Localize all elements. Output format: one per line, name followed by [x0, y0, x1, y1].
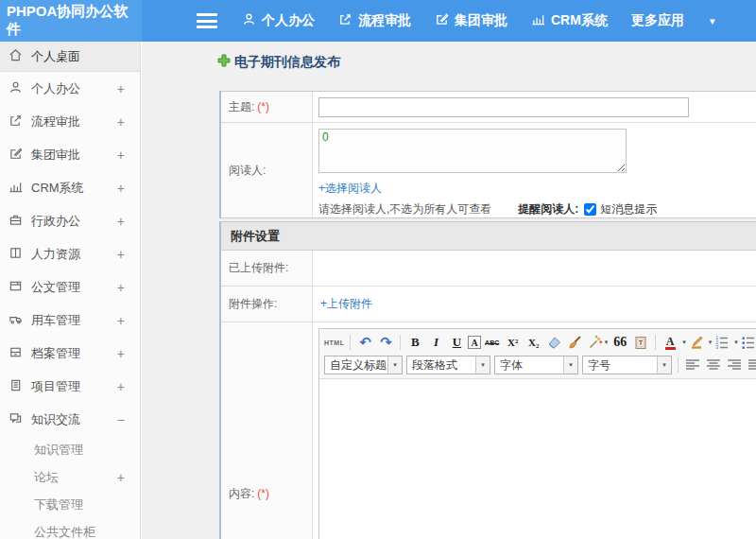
sidebar-item-project-management[interactable]: 项目管理 +: [0, 370, 140, 403]
book-icon: [9, 246, 31, 263]
add-plus-icon: [217, 54, 234, 71]
sidebar: 个人桌面 个人办公 + 流程审批 + 集团审批 + CRM系统 + 行政办公 +…: [0, 42, 141, 539]
format-brush-icon[interactable]: [566, 333, 585, 352]
sidebar-item-label: 个人桌面: [31, 48, 125, 65]
select-readers-link[interactable]: +选择阅读人: [318, 181, 382, 197]
sidebar-subitem-download-management[interactable]: 下载管理: [0, 491, 140, 518]
chevron-down-icon: ▾: [657, 356, 671, 374]
chevron-down-icon[interactable]: ▾: [682, 339, 686, 346]
bullet-list-icon[interactable]: [739, 333, 756, 352]
form-section-attachments: 附件设置 已上传附件: 附件操作: +上传附件 内容: (*): [219, 221, 756, 539]
chevron-down-icon[interactable]: ▾: [734, 339, 738, 346]
user-icon: [9, 80, 31, 97]
eraser-icon[interactable]: [545, 333, 564, 352]
sidebar-subitem-forum[interactable]: 论坛 +: [0, 463, 140, 491]
flow-share-icon: [9, 113, 31, 130]
attachment-section-header: 附件设置: [221, 222, 756, 251]
highlight-color-icon[interactable]: [687, 333, 706, 352]
underline-button[interactable]: U: [447, 333, 466, 352]
font-style-button[interactable]: A: [468, 336, 480, 349]
expand-toggle[interactable]: +: [117, 470, 125, 485]
font-size-select[interactable]: 字号 ▾: [582, 356, 672, 374]
editor-content-area[interactable]: [319, 379, 756, 539]
sidebar-item-group-approval[interactable]: 集团审批 +: [0, 138, 140, 171]
edit-icon: [9, 147, 31, 164]
blockquote-button[interactable]: 66: [610, 333, 629, 352]
sms-notify-checkbox[interactable]: [584, 203, 596, 216]
top-header: PHPOA协同办公软件 个人办公 流程审批 集团审批 CRM系统 更多应用 ▾: [0, 0, 756, 42]
align-center-icon[interactable]: [704, 356, 723, 374]
redo-icon[interactable]: ↷: [376, 333, 395, 352]
expand-toggle[interactable]: +: [117, 81, 125, 96]
subscript-button[interactable]: X₂: [524, 333, 543, 352]
sidebar-item-admin-office[interactable]: 行政办公 +: [0, 204, 140, 237]
top-nav: 个人办公 流程审批 集团审批 CRM系统 更多应用 ▾: [242, 12, 714, 29]
nav-group-approval[interactable]: 集团审批: [435, 12, 507, 29]
expand-toggle[interactable]: +: [117, 114, 125, 130]
font-family-select[interactable]: 字体 ▾: [494, 356, 578, 374]
align-right-icon[interactable]: [725, 356, 744, 374]
expand-toggle[interactable]: +: [117, 214, 125, 229]
svg-text:3: 3: [716, 345, 719, 350]
chat-copy-icon: [9, 411, 31, 428]
expand-toggle[interactable]: +: [117, 148, 125, 163]
subject-input[interactable]: [318, 97, 689, 117]
bar-chart-icon: [9, 180, 31, 197]
sidebar-subitem-public-file-cabinet[interactable]: 公共文件柜: [0, 518, 140, 539]
italic-button[interactable]: I: [426, 333, 445, 352]
paste-as-text-icon[interactable]: [631, 333, 650, 352]
expand-toggle[interactable]: +: [117, 247, 125, 262]
expand-toggle[interactable]: +: [117, 379, 125, 394]
paragraph-format-select[interactable]: 段落格式 ▾: [406, 356, 490, 374]
strikethrough-button[interactable]: ABC: [483, 333, 502, 352]
expand-toggle[interactable]: +: [117, 280, 125, 295]
sidebar-item-personal-desktop[interactable]: 个人桌面: [0, 42, 140, 72]
bar-chart-icon: [531, 12, 545, 29]
readers-textarea[interactable]: 0: [318, 129, 627, 173]
sidebar-item-vehicle-management[interactable]: 用车管理 +: [0, 304, 140, 337]
html-source-button[interactable]: HTML: [323, 333, 345, 352]
attachment-action-row: 附件操作: +上传附件: [221, 287, 756, 322]
sidebar-item-human-resources[interactable]: 人力资源 +: [0, 237, 140, 270]
uploaded-attachments-label: 已上传附件:: [221, 251, 313, 286]
notebook-icon: [9, 378, 31, 395]
uploaded-attachments-value: [313, 251, 756, 286]
sidebar-item-crm-system[interactable]: CRM系统 +: [0, 171, 140, 204]
sidebar-item-archive-management[interactable]: 档案管理 +: [0, 337, 140, 370]
nav-label: 更多应用: [631, 12, 684, 29]
sidebar-subitem-knowledge-management[interactable]: 知识管理: [0, 436, 140, 463]
chevron-down-icon[interactable]: ▾: [710, 15, 715, 27]
expand-toggle[interactable]: +: [117, 181, 125, 196]
align-left-icon[interactable]: [683, 356, 702, 374]
sidebar-item-workflow-approval[interactable]: 流程审批 +: [0, 105, 140, 138]
sidebar-item-document-management[interactable]: 公文管理 +: [0, 270, 140, 304]
expand-toggle[interactable]: +: [117, 346, 125, 361]
bold-button[interactable]: B: [405, 333, 424, 352]
home-icon: [9, 48, 31, 65]
chevron-down-icon[interactable]: ▾: [709, 339, 713, 346]
subject-row: 主题: (*): [221, 92, 756, 123]
sidebar-item-personal-office[interactable]: 个人办公 +: [0, 72, 140, 105]
chevron-down-icon: ▾: [563, 356, 577, 374]
superscript-button[interactable]: X²: [504, 333, 523, 352]
upload-attachment-link[interactable]: +上传附件: [320, 296, 372, 312]
nav-workflow-approval[interactable]: 流程审批: [338, 12, 411, 29]
page-title-text: 电子期刊信息发布: [234, 54, 340, 71]
hamburger-menu-icon[interactable]: [197, 13, 217, 28]
briefcase-icon: [9, 213, 31, 230]
undo-icon[interactable]: ↶: [355, 333, 374, 352]
align-justify-icon[interactable]: [746, 356, 756, 374]
flow-share-icon: [338, 12, 352, 29]
custom-heading-select[interactable]: 自定义标题 ▾: [324, 356, 403, 374]
magic-wand-icon[interactable]: ▾: [587, 333, 610, 352]
nav-more-apps[interactable]: 更多应用: [631, 12, 684, 29]
sidebar-item-knowledge-exchange[interactable]: 知识交流 −: [0, 403, 140, 436]
nav-crm-system[interactable]: CRM系统: [531, 12, 608, 29]
font-color-button[interactable]: A: [661, 333, 679, 352]
expand-toggle[interactable]: +: [117, 313, 125, 328]
archive-icon: [9, 345, 31, 362]
publish-form: 主题: (*) 阅读人: 0 +选择阅读人 请选择阅读人,不选为所有: [219, 91, 756, 539]
ordered-list-icon[interactable]: 123: [713, 333, 731, 352]
collapse-toggle[interactable]: −: [117, 412, 125, 427]
nav-personal-office[interactable]: 个人办公: [242, 12, 315, 29]
